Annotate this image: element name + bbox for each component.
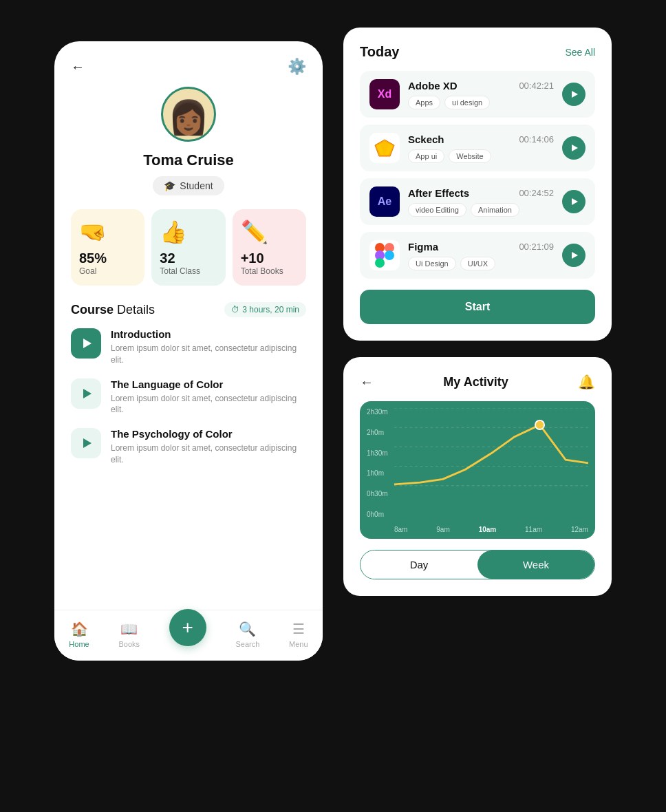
search-icon: 🔍 (239, 621, 256, 637)
play-figma-button[interactable] (562, 244, 586, 267)
y-label-1: 2h0m (367, 429, 388, 436)
stat-goal-value: 85% (79, 250, 107, 266)
app-info-figma: Figma 00:21:09 Ui Design UI/UX (408, 241, 554, 270)
y-label-2: 1h30m (367, 449, 388, 457)
nav-item-search[interactable]: 🔍 Search (235, 621, 259, 648)
course-item-0: Introduction Lorem ipsum dolor sit amet,… (71, 328, 306, 366)
course-info-2: The Psychology of Color Lorem ipsum dolo… (111, 428, 306, 466)
activity-back-icon[interactable]: ← (360, 374, 374, 390)
svg-point-6 (385, 250, 394, 260)
play-xd-button[interactable] (562, 83, 586, 106)
svg-rect-7 (375, 258, 385, 268)
user-role-wrapper: 🎓 Student (71, 176, 306, 195)
chart-x-labels: 8am 9am 10am 11am 12am (394, 526, 588, 533)
app-tags-sketch: App ui Website (408, 149, 554, 163)
stat-class-label: Total Class (160, 266, 200, 276)
x-label-2: 10am (479, 526, 497, 533)
activity-title: My Activity (443, 375, 508, 389)
course-desc-0: Lorem ipsum dolor sit amet, consectetur … (111, 343, 306, 366)
app-name-ae: After Effects (408, 187, 469, 199)
books-icon: 📖 (120, 621, 138, 637)
tag-figma-0: Ui Design (408, 257, 456, 270)
play-button-2[interactable] (71, 428, 101, 458)
stat-class-value: 32 (160, 250, 175, 266)
app-name-figma: Figma (408, 241, 438, 253)
app-name-sketch: Sckech (408, 133, 444, 145)
today-header: Today See All (360, 44, 595, 60)
chart-y-labels: 2h30m 2h0m 1h30m 1h0m 0h30m 0h0m (367, 408, 388, 518)
course-section-header: Course Details ⏱ 3 hours, 20 min (71, 302, 306, 317)
sketch-svg (374, 138, 396, 158)
play-icon-0 (83, 339, 92, 348)
stats-row: 🤜 85% Goal 👍 32 Total Class ✏️ +10 Total… (71, 209, 306, 286)
start-button[interactable]: Start (360, 290, 595, 324)
role-badge: 🎓 Student (153, 176, 224, 195)
play-sketch-button[interactable] (562, 136, 586, 160)
settings-icon[interactable]: ⚙️ (288, 58, 306, 76)
play-button-1[interactable] (71, 378, 101, 409)
nav-label-books: Books (118, 640, 140, 648)
course-title-2: The Psychology of Color (111, 428, 306, 440)
play-sketch-icon (572, 145, 578, 151)
toggle-week-button[interactable]: Week (477, 551, 594, 579)
activity-card: ← My Activity 🔔 2h30m 2h0m 1h30m 1h0m 0h… (343, 357, 612, 596)
duration-badge: ⏱ 3 hours, 20 min (224, 302, 306, 317)
app-time-xd: 00:42:21 (519, 81, 554, 91)
y-label-0: 2h30m (367, 408, 388, 416)
stat-books: ✏️ +10 Total Books (233, 209, 306, 286)
bottom-nav: 🏠 Home 📖 Books + 🔍 Search ☰ Menu (54, 610, 323, 661)
course-item-1: The Language of Color Lorem ipsum dolor … (71, 378, 306, 416)
app-icon-sketch (369, 133, 400, 163)
course-section-title: Course Details (71, 303, 155, 317)
course-item-2: The Psychology of Color Lorem ipsum dolo… (71, 428, 306, 466)
nav-label-home: Home (69, 640, 89, 648)
x-label-1: 9am (436, 526, 449, 533)
play-ae-button[interactable] (562, 190, 586, 213)
play-icon-1 (83, 389, 92, 398)
toggle-day-button[interactable]: Day (361, 551, 477, 579)
course-title-1: The Language of Color (111, 378, 306, 390)
course-info-1: The Language of Color Lorem ipsum dolor … (111, 378, 306, 416)
menu-icon: ☰ (292, 621, 305, 637)
app-info-sketch: Sckech 00:14:06 App ui Website (408, 133, 554, 163)
app-tags-ae: video Editing Animation (408, 203, 554, 217)
nav-item-menu[interactable]: ☰ Menu (289, 621, 308, 648)
chart-svg (394, 408, 588, 505)
nav-label-menu: Menu (289, 640, 308, 648)
play-xd-icon (572, 91, 578, 98)
avatar-wrapper: 👩🏾 (71, 87, 306, 142)
app-time-sketch: 00:14:06 (519, 134, 554, 145)
duration-text: 3 hours, 20 min (242, 305, 299, 314)
x-label-3: 11am (525, 526, 542, 533)
stat-books-label: Total Books (241, 266, 283, 276)
plus-icon: + (182, 617, 193, 639)
tag-ae-0: video Editing (408, 203, 466, 217)
nav-item-home[interactable]: 🏠 Home (69, 621, 89, 648)
avatar-image: 👩🏾 (168, 101, 209, 134)
app-icon-figma (369, 240, 400, 270)
bell-icon[interactable]: 🔔 (578, 374, 595, 390)
phone-header: ← ⚙️ (71, 58, 306, 76)
nav-item-books[interactable]: 📖 Books (118, 621, 140, 648)
fab-add-button[interactable]: + (169, 609, 206, 646)
play-button-0[interactable] (71, 328, 101, 359)
tag-sketch-1: Website (449, 149, 491, 163)
stat-class-icon: 👍 (160, 219, 187, 245)
figma-svg (375, 243, 394, 268)
stat-books-icon: ✏️ (241, 219, 268, 245)
activity-chart: 2h30m 2h0m 1h30m 1h0m 0h30m 0h0m (360, 401, 595, 539)
clock-icon: ⏱ (231, 305, 239, 314)
app-name-row-sketch: Sckech 00:14:06 (408, 133, 554, 145)
stat-books-value: +10 (241, 250, 264, 266)
course-desc-1: Lorem ipsum dolor sit amet, consectetur … (111, 393, 306, 416)
app-name-row-figma: Figma 00:21:09 (408, 241, 554, 253)
ae-text: Ae (378, 195, 391, 208)
y-label-5: 0h0m (367, 511, 388, 518)
back-arrow-icon[interactable]: ← (71, 59, 85, 75)
x-label-4: 12am (571, 526, 588, 533)
right-panel: Today See All Xd Adobe XD 00:42:21 Apps … (343, 28, 612, 596)
see-all-button[interactable]: See All (565, 47, 595, 58)
app-name-row-ae: After Effects 00:24:52 (408, 187, 554, 199)
today-title: Today (360, 44, 399, 60)
role-label: Student (180, 180, 213, 191)
